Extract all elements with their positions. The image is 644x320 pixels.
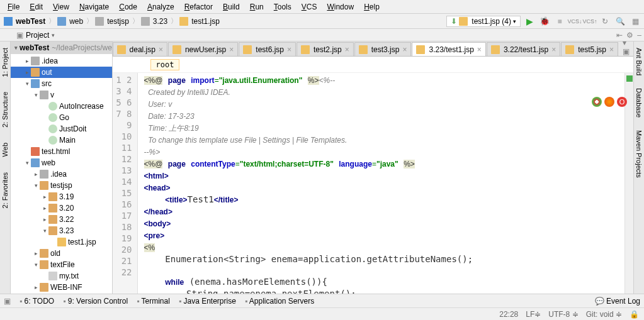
bottom-tab-application-servers[interactable]: ▪ Application Servers xyxy=(245,297,314,306)
tree-item[interactable]: my.txt xyxy=(11,270,112,282)
breadcrumb-item[interactable]: 3.23 xyxy=(140,17,170,26)
menu-build[interactable]: Build xyxy=(218,1,245,13)
left-tab-web[interactable]: Web xyxy=(0,139,10,160)
tree-item[interactable]: ▾web xyxy=(11,157,112,168)
editor-tab[interactable]: newUser.jsp× xyxy=(168,42,238,56)
vcs-commit-icon[interactable]: VCS↑ xyxy=(584,15,596,28)
code-content[interactable]: <%@ page import="java.util.Enumeration" … xyxy=(138,73,624,294)
project-structure-icon[interactable]: ▦ xyxy=(629,15,641,28)
close-tab-icon[interactable]: × xyxy=(287,45,291,54)
tree-item[interactable]: AutoIncrease xyxy=(11,101,112,112)
tree-root-row[interactable]: ▾ webTest ~/IdeaProjects/webTes xyxy=(11,41,112,54)
tree-item[interactable]: ▸WEB-INF xyxy=(11,282,112,293)
tree-item[interactable]: ▸3.20 xyxy=(11,202,112,214)
left-tab-2-structure[interactable]: 2: Structure xyxy=(0,88,10,131)
project-tool-label[interactable]: Project xyxy=(26,31,49,40)
menu-window[interactable]: Window xyxy=(322,1,359,13)
opera-icon[interactable]: O xyxy=(617,97,627,107)
event-log-tab[interactable]: 💬 Event Log xyxy=(595,297,640,306)
tree-item[interactable]: ▸old xyxy=(11,248,112,259)
editor-crumb-root[interactable]: root xyxy=(150,59,180,70)
tree-item[interactable]: ▾v xyxy=(11,89,112,101)
tree-item[interactable]: ▸.idea xyxy=(11,55,112,67)
debug-button[interactable]: 🐞 xyxy=(538,15,551,28)
menu-refactor[interactable]: Refactor xyxy=(179,1,218,13)
breadcrumb[interactable]: webTestwebtestjsp3.23test1.jsp xyxy=(3,16,222,26)
gear-icon[interactable]: ⚙ xyxy=(626,31,633,40)
close-tab-icon[interactable]: × xyxy=(229,45,234,54)
editor-area: deal.jsp×newUser.jsp×test6.jsp×test2.jsp… xyxy=(113,41,633,294)
menu-file[interactable]: File xyxy=(3,1,25,13)
more-tabs-icon[interactable]: ▾ ▣ xyxy=(619,41,633,56)
close-tab-icon[interactable]: × xyxy=(477,45,482,54)
menu-analyze[interactable]: Analyze xyxy=(142,1,179,13)
tree-root-path: ~/IdeaProjects/webTes xyxy=(52,43,112,52)
tree-item[interactable]: ▸out xyxy=(11,67,112,78)
tree-item[interactable]: ▾3.23 xyxy=(11,225,112,236)
menu-vcs[interactable]: VCS xyxy=(297,1,322,13)
open-in-browser-icons[interactable]: O xyxy=(592,97,627,107)
tree-item[interactable]: Main xyxy=(11,135,112,146)
run-config-selector[interactable]: ⬇ test1.jsp (4) ▾ xyxy=(446,16,521,27)
close-tab-icon[interactable]: × xyxy=(159,45,163,54)
breadcrumb-item[interactable]: web xyxy=(56,17,86,26)
right-tab-database[interactable]: Database xyxy=(634,84,644,121)
tree-item[interactable]: ▸3.19 xyxy=(11,191,112,202)
run-button[interactable]: ▶ xyxy=(523,15,536,28)
menu-navigate[interactable]: Navigate xyxy=(74,1,114,13)
bottom-tab-6-todo[interactable]: ▪ 6: TODO xyxy=(20,297,54,306)
editor-tab[interactable]: test3.jsp× xyxy=(354,42,412,56)
hide-icon[interactable]: – xyxy=(637,31,641,40)
chrome-icon[interactable] xyxy=(592,97,602,107)
tree-item[interactable]: test1.jsp xyxy=(11,236,112,248)
editor-tab[interactable]: 3.23/test1.jsp× xyxy=(412,42,485,56)
line-separator[interactable]: LF≑ xyxy=(526,310,541,319)
project-tree[interactable]: ▸.idea▸out▾src▾vAutoIncreaseGoJustDoitMa… xyxy=(11,54,112,294)
left-tab-1-project[interactable]: 1: Project xyxy=(0,44,10,80)
tree-item[interactable]: ▾textFile xyxy=(11,259,112,270)
close-tab-icon[interactable]: × xyxy=(402,45,407,54)
file-encoding[interactable]: UTF-8 ≑ xyxy=(548,310,578,319)
menu-edit[interactable]: Edit xyxy=(25,1,48,13)
left-tab-2-favorites[interactable]: 2: Favorites xyxy=(0,168,10,212)
editor-tab[interactable]: test6.jsp× xyxy=(239,42,296,56)
tree-item[interactable]: JustDoit xyxy=(11,123,112,135)
refresh-icon[interactable]: ↻ xyxy=(599,15,611,28)
tree-item[interactable]: test.html xyxy=(11,146,112,157)
bottom-tab-java-enterprise[interactable]: ▪ Java Enterprise xyxy=(179,297,236,306)
breadcrumb-item[interactable]: test1.jsp xyxy=(178,17,222,26)
editor-tab[interactable]: 3.22/test1.jsp× xyxy=(487,42,560,56)
git-branch[interactable]: Git: void ≑ xyxy=(586,310,622,319)
close-tab-icon[interactable]: × xyxy=(345,45,349,54)
close-tab-icon[interactable]: × xyxy=(609,45,614,54)
bottom-tool-tabs: ▣▪ 6: TODO▪ 9: Version Control▪ Terminal… xyxy=(0,294,644,307)
close-tab-icon[interactable]: × xyxy=(551,45,556,54)
right-tab-ant-build[interactable]: Ant Build xyxy=(634,44,644,79)
tree-item[interactable]: ▸.idea xyxy=(11,168,112,180)
caret-position[interactable]: 22:28 xyxy=(499,310,518,319)
menu-code[interactable]: Code xyxy=(114,1,142,13)
editor-tab[interactable]: test5.jsp× xyxy=(561,42,618,56)
breadcrumb-item[interactable]: testjsp xyxy=(94,17,132,26)
menu-help[interactable]: Help xyxy=(359,1,385,13)
tree-item[interactable]: ▾testjsp xyxy=(11,180,112,191)
bottom-tab-9-version-control[interactable]: ▪ 9: Version Control xyxy=(63,297,128,306)
vcs-update-icon[interactable]: VCS↓ xyxy=(568,15,581,28)
tree-item[interactable]: ▾src xyxy=(11,78,112,89)
collapse-icon[interactable]: ⇤ xyxy=(616,31,623,40)
firefox-icon[interactable] xyxy=(604,97,614,107)
editor-tab[interactable]: deal.jsp× xyxy=(113,42,167,56)
tree-item[interactable]: Go xyxy=(11,112,112,123)
editor-tab[interactable]: test2.jsp× xyxy=(297,42,354,56)
right-tab-maven-projects[interactable]: Maven Projects xyxy=(634,126,644,182)
tree-item[interactable]: ▸3.22 xyxy=(11,214,112,225)
search-icon[interactable]: 🔍 xyxy=(614,15,626,28)
stop-button[interactable]: ■ xyxy=(553,15,566,28)
tool-window-quickaccess-icon[interactable]: ▣ xyxy=(4,297,11,306)
bottom-tab-terminal[interactable]: ▪ Terminal xyxy=(137,297,170,306)
menu-view[interactable]: View xyxy=(48,1,74,13)
menu-tools[interactable]: Tools xyxy=(269,1,297,13)
lock-icon[interactable]: 🔒 xyxy=(630,310,639,319)
menu-run[interactable]: Run xyxy=(245,1,269,13)
breadcrumb-item[interactable]: webTest xyxy=(3,17,48,26)
